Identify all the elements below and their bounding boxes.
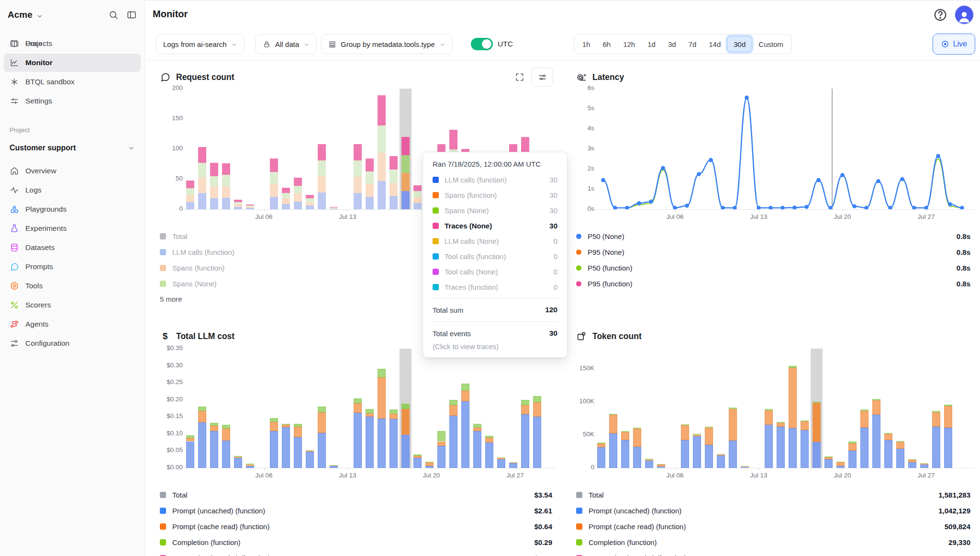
bar-segment[interactable]	[533, 417, 541, 468]
bar-segment[interactable]	[944, 405, 952, 406]
bar-segment[interactable]	[497, 458, 505, 459]
bar-segment[interactable]	[210, 426, 218, 431]
time-range-30d[interactable]: 30d	[727, 36, 752, 52]
bar-segment[interactable]	[485, 443, 493, 468]
legend-item[interactable]: Prompt (uncached) (function)1,042,129	[576, 503, 970, 519]
bar-segment[interactable]	[705, 428, 713, 445]
data-filter-dropdown[interactable]: All data	[256, 34, 317, 54]
bar-segment[interactable]	[198, 147, 206, 163]
bar-segment[interactable]	[473, 431, 481, 468]
legend-item[interactable]: Prompt (cache read) (function)509,824	[576, 519, 970, 534]
bar-segment[interactable]	[461, 401, 469, 468]
bar-segment[interactable]	[246, 207, 254, 208]
bar-segment[interactable]	[222, 175, 230, 186]
bar-segment[interactable]	[234, 207, 242, 209]
bar-segment[interactable]	[813, 402, 821, 403]
bar-segment[interactable]	[234, 204, 242, 207]
bar-segment[interactable]	[413, 203, 422, 209]
avatar[interactable]	[955, 6, 973, 24]
bar-segment[interactable]	[681, 424, 689, 425]
bar-segment[interactable]	[330, 465, 338, 465]
bar-segment[interactable]	[777, 423, 785, 427]
bar-segment[interactable]	[824, 457, 833, 459]
bar-segment[interactable]	[306, 451, 314, 451]
bar-segment[interactable]	[306, 202, 314, 206]
bar-segment[interactable]	[621, 431, 629, 432]
bar-segment[interactable]	[533, 396, 541, 402]
bar-segment[interactable]	[270, 172, 278, 184]
bar-segment[interactable]	[509, 462, 517, 463]
bar-segment[interactable]	[378, 377, 386, 418]
bar-segment[interactable]	[198, 411, 206, 422]
bar-segment[interactable]	[609, 414, 617, 415]
bar-segment[interactable]	[765, 409, 773, 410]
bar-segment[interactable]	[330, 207, 338, 208]
legend-item[interactable]: Total$3.54	[160, 487, 552, 503]
bar-segment[interactable]	[246, 464, 254, 464]
bar-segment[interactable]	[330, 209, 338, 209]
bar-segment[interactable]	[390, 419, 398, 468]
bar-segment[interactable]	[282, 424, 290, 425]
time-range-12h[interactable]: 12h	[617, 36, 641, 52]
group-by-dropdown[interactable]: Group by metadata.tools.type	[321, 34, 453, 54]
bar-segment[interactable]	[449, 130, 457, 150]
bar-segment[interactable]	[234, 457, 242, 458]
bar-segment[interactable]	[813, 403, 821, 442]
bar-segment[interactable]	[884, 440, 892, 468]
bar-segment[interactable]	[597, 443, 605, 447]
bar-segment[interactable]	[366, 413, 374, 417]
bar-segment[interactable]	[354, 403, 362, 413]
bar-segment[interactable]	[437, 442, 445, 446]
bar-segment[interactable]	[425, 462, 434, 462]
bar-segment[interactable]	[294, 193, 302, 201]
source-filter-dropdown[interactable]: Logs from ai-search	[156, 34, 245, 54]
bar-segment[interactable]	[932, 412, 940, 427]
bar-segment[interactable]	[390, 196, 398, 209]
bar-segment[interactable]	[609, 433, 617, 468]
bar-segment[interactable]	[198, 407, 206, 411]
bar-segment[interactable]	[729, 441, 737, 468]
bar-segment[interactable]	[282, 204, 290, 209]
bar-segment[interactable]	[413, 456, 422, 458]
bar-segment[interactable]	[234, 200, 242, 202]
bar-segment[interactable]	[824, 459, 833, 468]
sidebar-toggle-icon[interactable]	[126, 10, 137, 20]
bar-segment[interactable]	[645, 459, 653, 459]
bar-segment[interactable]	[306, 198, 314, 202]
legend-item[interactable]: Prompt (cache write) (function)0	[576, 550, 970, 556]
bar-segment[interactable]	[717, 454, 725, 454]
bar-segment[interactable]	[789, 368, 797, 428]
bar-segment[interactable]	[366, 409, 374, 413]
bar-segment[interactable]	[390, 170, 398, 183]
bar-segment[interactable]	[282, 198, 290, 204]
bar-segment[interactable]	[246, 465, 254, 466]
chart-config-button[interactable]	[531, 68, 553, 87]
time-range-14d[interactable]: 14d	[702, 36, 727, 52]
bar-segment[interactable]	[777, 422, 785, 423]
bar-segment[interactable]	[813, 442, 821, 468]
legend-item[interactable]: P50 (None)0.8s	[576, 228, 970, 244]
bar-segment[interactable]	[920, 465, 928, 468]
bar-segment[interactable]	[246, 466, 254, 468]
bar-segment[interactable]	[401, 191, 410, 209]
utc-toggle[interactable]: UTC	[471, 34, 513, 54]
bar-segment[interactable]	[366, 171, 374, 184]
bar-segment[interactable]	[836, 466, 845, 468]
bar-segment[interactable]	[413, 197, 422, 204]
bar-segment[interactable]	[449, 405, 457, 416]
bar-segment[interactable]	[848, 442, 857, 443]
bar-segment[interactable]	[390, 183, 398, 196]
bar-segment[interactable]	[461, 391, 469, 401]
legend-item[interactable]: Total1,581,283	[576, 487, 970, 503]
bar-segment[interactable]	[246, 208, 254, 209]
bar-segment[interactable]	[306, 205, 314, 209]
bar-segment[interactable]	[318, 160, 326, 176]
bar-segment[interactable]	[318, 412, 326, 433]
bar-segment[interactable]	[609, 415, 617, 433]
bar-segment[interactable]	[234, 458, 242, 468]
bar-segment[interactable]	[354, 413, 362, 468]
bar-segment[interactable]	[860, 409, 869, 411]
bar-segment[interactable]	[270, 159, 278, 172]
bar-segment[interactable]	[210, 187, 218, 198]
bar-segment[interactable]	[198, 193, 206, 209]
